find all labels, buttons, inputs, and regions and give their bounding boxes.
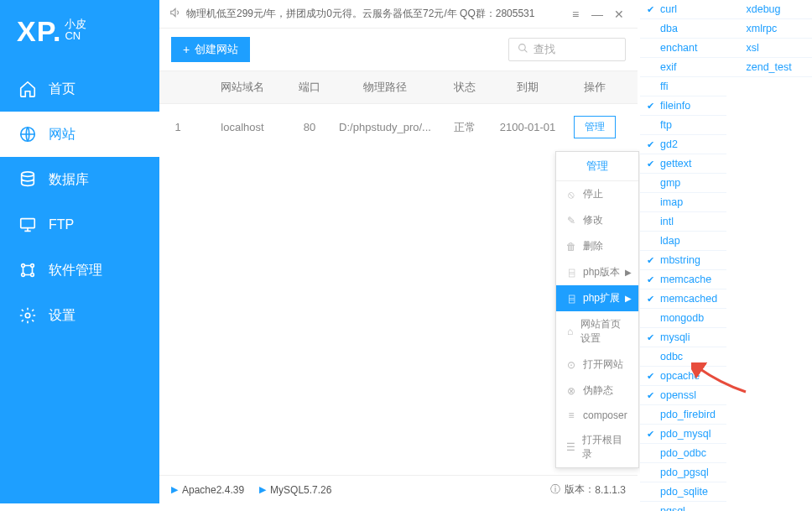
ext-curl[interactable]: ✔curl bbox=[640, 0, 726, 19]
ext-gd2[interactable]: ✔gd2 bbox=[640, 135, 726, 154]
nav-label: FTP bbox=[49, 217, 74, 232]
menu-icon: ⌂ bbox=[565, 326, 575, 337]
nav-gear[interactable]: 设置 bbox=[0, 293, 159, 338]
svg-point-7 bbox=[25, 313, 30, 318]
minimize-button[interactable]: — bbox=[589, 8, 606, 21]
chevron-right-icon: ▶ bbox=[625, 268, 632, 277]
submenu-item[interactable]: ⊗伪静态 bbox=[556, 378, 638, 404]
check-icon: ✔ bbox=[647, 332, 658, 343]
ext-xsl[interactable]: ✔xsl bbox=[726, 39, 813, 58]
statusbar: ▶Apache2.4.39▶MySQL5.7.26 ⓘ 版本： 8.1.1.3 bbox=[159, 475, 638, 503]
ext-pdo_sqlite[interactable]: ✔pdo_sqlite bbox=[640, 482, 726, 502]
ext-ftp[interactable]: ✔ftp bbox=[640, 116, 726, 135]
php-extensions-panel: ✔curl✔dba✔enchant✔exif✔ffi✔fileinfo✔ftp✔… bbox=[640, 0, 812, 511]
svg-point-5 bbox=[22, 274, 25, 277]
logo-text: XP. bbox=[17, 15, 61, 47]
menu-icon: ☰ bbox=[565, 441, 577, 453]
submenu-item[interactable]: ≡composer bbox=[556, 404, 638, 427]
menu-icon: ⊙ bbox=[565, 359, 578, 371]
menu-icon: ⌸ bbox=[565, 267, 578, 279]
ext-enchant[interactable]: ✔enchant bbox=[640, 39, 726, 58]
check-icon: ✔ bbox=[647, 390, 658, 401]
nav-db[interactable]: 数据库 bbox=[0, 157, 159, 202]
ext-opcache[interactable]: ✔opcache bbox=[640, 367, 726, 386]
cell-domain: localhost bbox=[196, 121, 289, 133]
toolbar: + 创建网站 查找 bbox=[159, 29, 638, 70]
service-indicator[interactable]: ▶Apache2.4.39 bbox=[171, 484, 244, 496]
ext-zend_test[interactable]: ✔zend_test bbox=[726, 58, 813, 77]
ext-ffi[interactable]: ✔ffi bbox=[640, 77, 726, 96]
nav-label: 软件管理 bbox=[49, 262, 102, 279]
submenu-item[interactable]: ⌸php版本▶ bbox=[556, 259, 638, 285]
ext-memcached[interactable]: ✔memcached bbox=[640, 289, 726, 309]
ext-xdebug[interactable]: ✔xdebug bbox=[726, 0, 813, 19]
check-icon: ✔ bbox=[647, 139, 658, 150]
ext-exif[interactable]: ✔exif bbox=[640, 58, 726, 77]
ext-fileinfo[interactable]: ✔fileinfo bbox=[640, 96, 726, 116]
nav-label: 网站 bbox=[49, 126, 75, 143]
ext-odbc[interactable]: ✔odbc bbox=[640, 347, 726, 367]
ext-xmlrpc[interactable]: ✔xmlrpc bbox=[726, 19, 813, 39]
service-indicator[interactable]: ▶MySQL5.7.26 bbox=[259, 484, 331, 496]
create-site-button[interactable]: + 创建网站 bbox=[171, 37, 250, 62]
ext-mbstring[interactable]: ✔mbstring bbox=[640, 251, 726, 270]
nav-apps[interactable]: 软件管理 bbox=[0, 248, 159, 293]
ext-memcache[interactable]: ✔memcache bbox=[640, 270, 726, 289]
svg-point-4 bbox=[31, 264, 34, 268]
svg-rect-2 bbox=[21, 219, 35, 228]
submenu-item[interactable]: ⌂网站首页设置 bbox=[556, 311, 638, 352]
ext-pdo_pgsql[interactable]: ✔pdo_pgsql bbox=[640, 463, 726, 482]
menu-icon: 🗑 bbox=[565, 241, 578, 253]
apps-icon bbox=[18, 261, 37, 279]
version-info: ⓘ 版本： 8.1.1.3 bbox=[550, 482, 626, 497]
ext-pdo_mysql[interactable]: ✔pdo_mysql bbox=[640, 425, 726, 444]
submenu-item[interactable]: ✎修改 bbox=[556, 207, 638, 233]
home-icon bbox=[18, 80, 37, 98]
ext-imap[interactable]: ✔imap bbox=[640, 193, 726, 212]
ext-dba[interactable]: ✔dba bbox=[640, 19, 726, 39]
ftp-icon bbox=[18, 216, 37, 234]
nav-globe[interactable]: 网站 bbox=[0, 112, 159, 157]
search-input[interactable]: 查找 bbox=[508, 38, 626, 61]
submenu-item[interactable]: 🗑删除 bbox=[556, 233, 638, 259]
submenu-item[interactable]: ⌸php扩展▶ bbox=[556, 285, 638, 311]
cell-expire: 2100-01-01 bbox=[490, 121, 565, 133]
check-icon: ✔ bbox=[647, 255, 658, 266]
ext-pdo_odbc[interactable]: ✔pdo_odbc bbox=[640, 444, 726, 463]
ext-gmp[interactable]: ✔gmp bbox=[640, 174, 726, 193]
svg-point-6 bbox=[31, 274, 34, 277]
submenu-item[interactable]: ⊙打开网站 bbox=[556, 352, 638, 378]
app-window: XP.小皮CN 首页网站数据库FTP软件管理设置 物理机低至299元/年，拼团成… bbox=[0, 0, 638, 503]
menu-icon: ⊗ bbox=[565, 385, 578, 397]
table-row[interactable]: 1localhost80D:/phpstudy_pro/...正常2100-01… bbox=[159, 104, 638, 150]
ext-gettext[interactable]: ✔gettext bbox=[640, 154, 726, 174]
globe-icon bbox=[18, 125, 37, 143]
ext-openssl[interactable]: ✔openssl bbox=[640, 386, 726, 405]
menu-button[interactable]: ≡ bbox=[567, 8, 584, 21]
submenu-item[interactable]: ⦸停止 bbox=[556, 181, 638, 207]
nav-label: 数据库 bbox=[49, 171, 89, 189]
menu-icon: ⌸ bbox=[565, 293, 578, 305]
ext-intl[interactable]: ✔intl bbox=[640, 212, 726, 232]
check-icon: ✔ bbox=[647, 159, 658, 169]
check-icon: ✔ bbox=[647, 4, 658, 15]
nav-label: 设置 bbox=[49, 307, 75, 325]
logo: XP.小皮CN bbox=[0, 0, 159, 66]
ext-mongodb[interactable]: ✔mongodb bbox=[640, 309, 726, 328]
ext-pgsql[interactable]: ✔pgsql bbox=[640, 502, 726, 511]
play-icon: ▶ bbox=[259, 484, 266, 495]
table-header: 网站域名 端口 物理路径 状态 到期 操作 bbox=[159, 70, 638, 104]
sidebar: XP.小皮CN 首页网站数据库FTP软件管理设置 bbox=[0, 0, 159, 503]
ext-mysqli[interactable]: ✔mysqli bbox=[640, 328, 726, 347]
check-icon: ✔ bbox=[647, 274, 658, 285]
ext-ldap[interactable]: ✔ldap bbox=[640, 232, 726, 251]
check-icon: ✔ bbox=[647, 371, 658, 382]
close-button[interactable]: ✕ bbox=[611, 8, 627, 21]
nav-ftp[interactable]: FTP bbox=[0, 202, 159, 248]
submenu-item[interactable]: ☰打开根目录 bbox=[556, 427, 638, 467]
manage-button[interactable]: 管理 bbox=[574, 116, 616, 138]
ext-pdo_firebird[interactable]: ✔pdo_firebird bbox=[640, 405, 726, 425]
nav-home[interactable]: 首页 bbox=[0, 66, 159, 112]
svg-point-1 bbox=[22, 172, 34, 177]
svg-point-8 bbox=[519, 44, 526, 51]
